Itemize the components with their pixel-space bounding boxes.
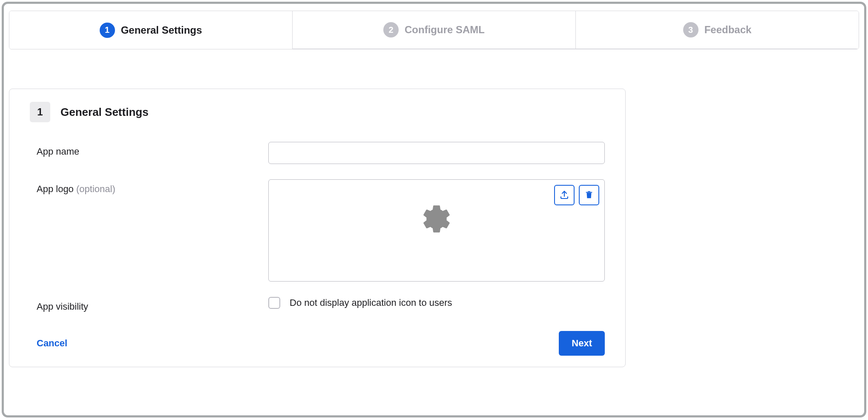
app-name-input[interactable] (268, 142, 605, 164)
step-number-2: 2 (383, 22, 399, 37)
label-app-name: App name (37, 146, 79, 157)
step-label-feedback: Feedback (704, 24, 752, 36)
visibility-checkbox-row: Do not display application icon to users (268, 297, 605, 309)
panel-title: General Settings (60, 106, 149, 119)
next-button[interactable]: Next (559, 331, 605, 356)
wizard-step-feedback[interactable]: 3 Feedback (576, 11, 859, 49)
row-app-logo: App logo (optional) (30, 179, 605, 282)
app-logo-dropzone[interactable] (268, 179, 605, 282)
row-app-visibility: App visibility Do not display applicatio… (30, 297, 605, 312)
form-actions: Cancel Next (30, 328, 605, 356)
logo-actions (554, 185, 599, 205)
upload-icon (559, 190, 569, 201)
step-label-configure-saml: Configure SAML (405, 24, 485, 36)
label-app-logo-optional: (optional) (76, 184, 115, 194)
visibility-checkbox[interactable] (268, 297, 280, 309)
delete-logo-button[interactable] (579, 185, 599, 205)
panel-header: 1 General Settings (30, 102, 605, 122)
general-settings-panel: 1 General Settings App name App logo (op… (9, 89, 626, 367)
row-app-name: App name (30, 142, 605, 164)
gear-icon (420, 203, 453, 237)
visibility-checkbox-label: Do not display application icon to users (290, 297, 452, 308)
trash-icon (584, 190, 594, 201)
upload-logo-button[interactable] (554, 185, 575, 205)
step-number-3: 3 (683, 22, 698, 37)
wizard-step-general-settings[interactable]: 1 General Settings (9, 11, 293, 49)
label-app-logo: App logo (optional) (37, 184, 115, 194)
wizard-frame: 1 General Settings 2 Configure SAML 3 Fe… (2, 2, 866, 417)
label-app-visibility: App visibility (37, 301, 88, 312)
step-label-general-settings: General Settings (121, 24, 202, 36)
panel-step-badge: 1 (30, 102, 50, 122)
step-number-1: 1 (100, 23, 115, 38)
wizard-steps-nav: 1 General Settings 2 Configure SAML 3 Fe… (9, 11, 859, 49)
wizard-step-configure-saml[interactable]: 2 Configure SAML (293, 11, 576, 49)
label-app-logo-text: App logo (37, 184, 74, 194)
cancel-button[interactable]: Cancel (37, 338, 67, 349)
